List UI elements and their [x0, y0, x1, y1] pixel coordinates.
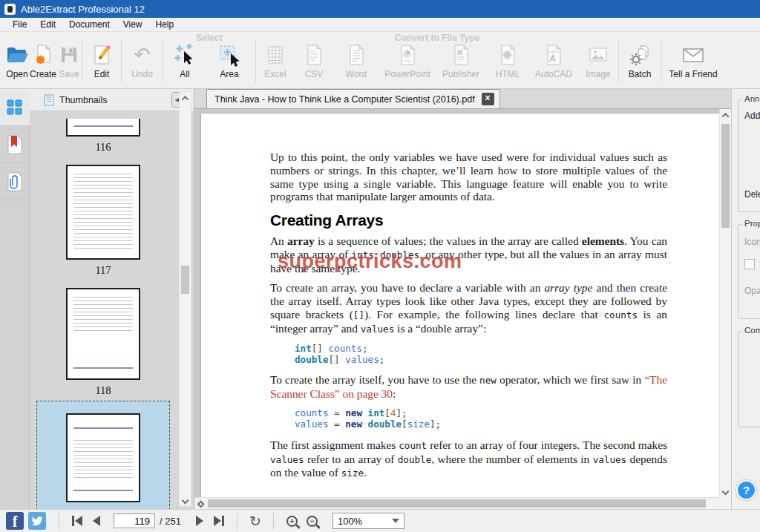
thumbnail-text-lines: [73, 174, 133, 251]
page-number-input[interactable]: [114, 513, 155, 528]
annotation-add-button[interactable]: Add: [744, 111, 760, 121]
viewer-vscrollbar-thumb[interactable]: [721, 124, 730, 228]
scroll-down-icon[interactable]: [180, 494, 191, 506]
convert-csv-button[interactable]: CSV: [295, 42, 333, 79]
tab-close-button[interactable]: ×: [482, 93, 494, 105]
select-all-button[interactable]: All: [163, 42, 206, 79]
attachments-panel-button[interactable]: [0, 163, 30, 200]
zoom-level-value: 100%: [338, 516, 362, 527]
scroll-down-icon[interactable]: [720, 485, 731, 497]
menu-help[interactable]: Help: [149, 18, 181, 31]
properties-opacity-label: Opa: [744, 286, 760, 296]
thumbnails-scrollbar-thumb[interactable]: [181, 266, 189, 294]
doc-code-block: counts = new int[4];values = new double[…: [295, 407, 667, 430]
thumbnails-scrollbar[interactable]: [179, 91, 191, 507]
save-floppy-icon: [56, 42, 82, 68]
select-all-label: All: [180, 69, 189, 79]
help-button[interactable]: ?: [736, 480, 756, 500]
zoom-level-select[interactable]: 100%: [332, 513, 404, 529]
statusbar-separator: [59, 513, 59, 529]
mail-envelope-icon: [681, 42, 706, 68]
convert-html-button[interactable]: HTML: [486, 42, 529, 79]
thumbnails-grid-icon: [6, 99, 24, 116]
excel-label: Excel: [264, 69, 286, 79]
thumbnail-preview: [66, 288, 140, 380]
html-label: HTML: [496, 69, 520, 79]
doc-code-block: int[] counts;double[] values;: [295, 343, 667, 366]
application-window: { "window": { "title": "Able2Extract Pro…: [0, 0, 760, 532]
next-page-button[interactable]: [190, 513, 209, 529]
thumbnails-panel-button[interactable]: [0, 89, 30, 126]
thumbnails-header: Thumbnails ◀◀: [30, 89, 194, 111]
select-area-button[interactable]: Area: [206, 42, 252, 79]
thumbnail-page-118[interactable]: 118: [36, 280, 170, 401]
zoom-in-button[interactable]: +: [286, 516, 298, 527]
doc-paragraph: The first assignment makes count refer t…: [270, 439, 667, 480]
watermark-text: superpctricks.com: [278, 250, 462, 273]
first-page-button[interactable]: [68, 513, 87, 529]
batch-button[interactable]: Batch: [619, 42, 661, 79]
csv-label: CSV: [305, 69, 324, 79]
select-area-icon: [217, 42, 242, 68]
convert-autocad-button[interactable]: AutoCAD: [529, 42, 578, 79]
thumbnail-page-number: 116: [95, 141, 111, 154]
undo-button[interactable]: ↶ Undo: [122, 42, 163, 79]
convert-image-button[interactable]: Image: [578, 42, 618, 79]
thumbnail-list: 116117118119: [30, 111, 177, 509]
convert-publisher-button[interactable]: Publisher: [436, 42, 486, 79]
select-group-label: Select: [163, 33, 255, 43]
last-page-button[interactable]: [209, 513, 229, 529]
create-document-icon: [30, 42, 56, 68]
rotate-button[interactable]: ↻: [246, 513, 265, 529]
properties-checkbox[interactable]: [744, 259, 755, 269]
tab-bar: Think Java - How to Think Like a Compute…: [194, 89, 731, 109]
twitter-icon[interactable]: [28, 512, 46, 530]
menu-document[interactable]: Document: [62, 18, 117, 31]
bookmarks-panel-button[interactable]: [0, 126, 30, 163]
create-button[interactable]: Create: [30, 42, 56, 79]
annotation-delete-button[interactable]: Dele: [744, 189, 760, 200]
convert-excel-button[interactable]: Excel: [256, 42, 295, 79]
image-picture-icon: [586, 42, 611, 68]
save-button[interactable]: Save: [56, 42, 82, 79]
statusbar-separator: [237, 513, 238, 529]
word-label: Word: [346, 69, 367, 79]
edit-button[interactable]: Edit: [82, 42, 121, 79]
thumbnail-page-number: 117: [95, 264, 111, 277]
thumbnail-preview: [66, 413, 140, 502]
thumbnail-text-lines: [73, 297, 133, 332]
powerpoint-page-icon: [395, 42, 420, 68]
undo-label: Undo: [131, 69, 153, 79]
autocad-page-icon: [541, 42, 566, 68]
menu-view[interactable]: View: [117, 18, 149, 31]
thumbnail-page-119[interactable]: 119: [36, 401, 170, 509]
menu-edit[interactable]: Edit: [33, 18, 62, 31]
menu-file[interactable]: File: [6, 18, 33, 31]
viewer-hscrollbar-thumb[interactable]: [208, 499, 706, 508]
convert-powerpoint-button[interactable]: PowerPoint: [379, 42, 436, 79]
thumbnail-page-116[interactable]: 116: [36, 111, 170, 157]
properties-group: Prop Icon Opa: [738, 224, 760, 319]
save-label: Save: [59, 69, 79, 79]
scroll-up-icon[interactable]: [180, 92, 191, 104]
publisher-label: Publisher: [442, 69, 479, 79]
thumbnail-page-117[interactable]: 117: [36, 157, 170, 280]
viewer-horizontal-scrollbar[interactable]: [194, 497, 719, 509]
scroll-right-icon[interactable]: [194, 498, 206, 510]
zoom-out-button[interactable]: −: [307, 516, 318, 527]
select-area-label: Area: [220, 69, 238, 79]
facebook-icon[interactable]: f: [6, 512, 24, 530]
document-tab[interactable]: Think Java - How to Think Like a Compute…: [206, 89, 500, 108]
publisher-page-icon: [448, 42, 474, 68]
thumbnail-preview: [66, 119, 140, 137]
thumbnail-page-number: 118: [95, 384, 111, 397]
chapter-rule: [73, 490, 133, 491]
convert-word-button[interactable]: Word: [333, 42, 379, 79]
viewer-vertical-scrollbar[interactable]: [719, 109, 731, 497]
tell-a-friend-button[interactable]: Tell a Friend: [661, 42, 725, 79]
scroll-up-icon[interactable]: [720, 109, 731, 121]
edit-label: Edit: [94, 69, 110, 79]
previous-page-button[interactable]: [87, 513, 106, 529]
open-button[interactable]: Open: [4, 42, 30, 79]
autocad-label: AutoCAD: [535, 69, 572, 79]
